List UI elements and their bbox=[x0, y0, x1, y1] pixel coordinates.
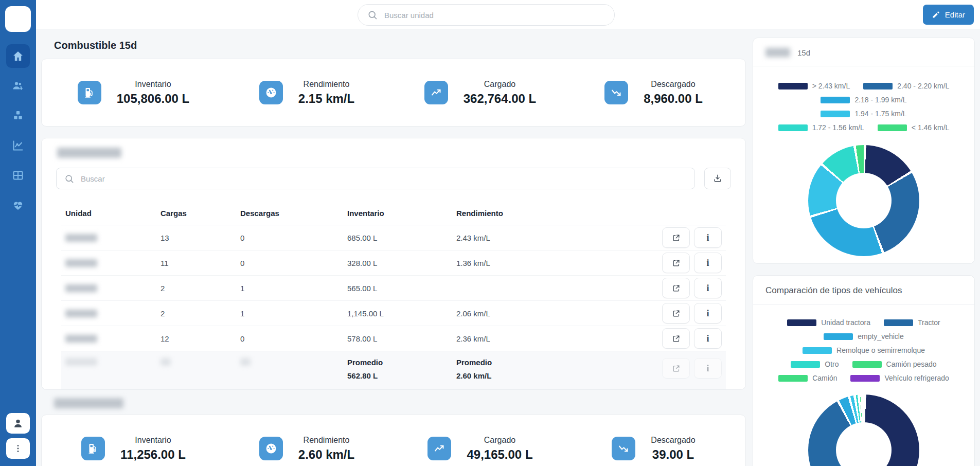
redacted-table-title bbox=[57, 148, 121, 158]
info-icon: i bbox=[706, 283, 709, 293]
legend-item[interactable]: Vehículo refrigerado bbox=[850, 374, 949, 382]
stat-label: Inventario bbox=[117, 80, 189, 89]
legend-swatch bbox=[824, 333, 853, 340]
legend-swatch bbox=[791, 361, 820, 368]
stat-label: Rendimiento bbox=[298, 436, 354, 445]
summary-label: Promedio bbox=[456, 358, 649, 367]
efficiency-panel: 15d > 2.43 km/L 2.40 - 2.20 km/L 2.18 - … bbox=[753, 38, 975, 264]
col-descargas: Descargas bbox=[236, 203, 343, 225]
profile-button[interactable] bbox=[6, 413, 30, 434]
open-unit-button[interactable] bbox=[662, 227, 690, 248]
stat-value: 2.60 km/L bbox=[298, 447, 354, 462]
user-icon bbox=[12, 418, 24, 429]
legend-item[interactable]: > 2.43 km/L bbox=[778, 82, 850, 90]
unit-info-button[interactable]: i bbox=[694, 227, 722, 248]
sidebar-item-health[interactable] bbox=[6, 193, 30, 217]
legend-item[interactable]: Camión pesado bbox=[852, 360, 937, 368]
legend-label: Otro bbox=[825, 360, 839, 368]
col-cargas: Cargas bbox=[156, 203, 236, 225]
unit-info-button[interactable]: i bbox=[694, 358, 722, 379]
legend-item[interactable]: 1.94 - 1.75 km/L bbox=[821, 110, 906, 118]
unit-info-button[interactable]: i bbox=[694, 328, 722, 349]
col-unidad: Unidad bbox=[61, 203, 156, 225]
external-link-icon bbox=[672, 259, 681, 267]
stat-rendimiento: Rendimiento 2.15 km/L bbox=[220, 80, 394, 106]
cell-descargas: 0 bbox=[236, 250, 343, 276]
sidebar-item-users[interactable] bbox=[6, 74, 30, 98]
stat-descargado: Descargado 8,960.00 L bbox=[567, 80, 740, 106]
gauge-icon bbox=[259, 437, 283, 460]
unit-search bbox=[358, 4, 615, 26]
redacted-panel-title bbox=[765, 48, 790, 57]
info-icon: i bbox=[706, 258, 709, 267]
legend-item[interactable]: Unidad tractora bbox=[787, 318, 870, 327]
stat-text: Cargado 49,165.00 L bbox=[467, 436, 532, 462]
legend-item[interactable]: Camión bbox=[778, 374, 837, 382]
unit-info-button[interactable]: i bbox=[694, 253, 722, 273]
more-options-button[interactable] bbox=[6, 438, 30, 459]
search-icon bbox=[367, 10, 378, 20]
table-row: 2 1 1,145.00 L 2.06 km/L i bbox=[61, 301, 726, 326]
stat-value: 105,806.00 L bbox=[117, 92, 189, 106]
legend-item[interactable]: 1.72 - 1.56 km/L bbox=[778, 123, 864, 132]
cell-descargas: 0 bbox=[236, 326, 343, 351]
summary-label: Promedio bbox=[347, 358, 448, 367]
open-unit-button[interactable] bbox=[662, 253, 690, 273]
open-unit-button[interactable] bbox=[662, 358, 690, 379]
pencil-icon bbox=[932, 11, 940, 19]
summary-rendimiento: 2.60 km/L bbox=[456, 371, 649, 380]
redacted-unit-name bbox=[65, 259, 97, 267]
legend-label: Vehículo refrigerado bbox=[884, 374, 949, 382]
stat-rendimiento: Rendimiento 2.60 km/L bbox=[220, 436, 394, 462]
content: Combustible 15d Inventario 105,806.00 L bbox=[36, 29, 980, 466]
home-icon bbox=[12, 50, 24, 62]
legend-label: Unidad tractora bbox=[821, 318, 870, 327]
cubes-icon bbox=[12, 110, 24, 122]
sidebar-item-tables[interactable] bbox=[6, 164, 30, 187]
cell-rendimiento: 2.43 km/L bbox=[452, 225, 653, 250]
legend-item[interactable]: 2.40 - 2.20 km/L bbox=[863, 82, 949, 90]
open-unit-button[interactable] bbox=[662, 303, 690, 324]
cell-inventario: 578.00 L bbox=[343, 326, 452, 351]
summary-inventario: 562.80 L bbox=[347, 371, 448, 380]
legend-item[interactable]: Tractor bbox=[884, 318, 940, 327]
open-unit-button[interactable] bbox=[662, 278, 690, 298]
legend-item[interactable]: empty_vehicle bbox=[824, 332, 904, 340]
legend-label: 1.72 - 1.56 km/L bbox=[812, 123, 864, 132]
trend-down-icon bbox=[612, 437, 635, 460]
sidebar-item-home[interactable] bbox=[6, 44, 30, 68]
legend-swatch bbox=[778, 83, 808, 89]
download-button[interactable] bbox=[704, 168, 731, 189]
legend-swatch bbox=[884, 319, 913, 326]
legend-item[interactable]: Otro bbox=[791, 360, 839, 368]
sidebar-item-modules[interactable] bbox=[6, 104, 30, 128]
unit-search-input[interactable] bbox=[384, 11, 605, 20]
legend-item[interactable]: Remolque o semirremolque bbox=[803, 346, 925, 354]
stat-text: Descargado 39.00 L bbox=[651, 436, 695, 462]
vehicle-types-panel: Comparación de tipos de vehículos Unidad… bbox=[753, 275, 975, 466]
legend-label: 2.40 - 2.20 km/L bbox=[897, 82, 949, 90]
cell-cargas: 12 bbox=[156, 326, 236, 351]
table-search-input[interactable] bbox=[81, 174, 687, 183]
cell-cargas: 2 bbox=[156, 276, 236, 301]
second-stats-card: Inventario 11,256.00 L Rendimiento 2.60 … bbox=[41, 415, 746, 466]
stat-text: Inventario 105,806.00 L bbox=[117, 80, 189, 106]
external-link-icon bbox=[672, 334, 681, 343]
page-title: Combustible 15d bbox=[54, 40, 746, 51]
units-table-card: Unidad Cargas Descargas Inventario Rendi… bbox=[41, 138, 746, 390]
legend-item[interactable]: < 1.46 km/L bbox=[878, 123, 950, 132]
stat-descargado: Descargado 39.00 L bbox=[567, 436, 740, 462]
open-unit-button[interactable] bbox=[662, 328, 690, 349]
cell-cargas: 11 bbox=[156, 250, 236, 276]
stat-label: Rendimiento bbox=[298, 80, 354, 89]
edit-button[interactable]: Editar bbox=[923, 5, 974, 25]
sidebar-item-analytics[interactable] bbox=[6, 134, 30, 157]
cell-rendimiento bbox=[452, 276, 653, 301]
unit-info-button[interactable]: i bbox=[694, 303, 722, 324]
redacted-unit-name bbox=[65, 234, 97, 242]
trend-up-icon bbox=[424, 81, 448, 104]
legend-item[interactable]: 2.18 - 1.99 km/L bbox=[821, 96, 906, 104]
redacted-value bbox=[240, 358, 251, 366]
unit-info-button[interactable]: i bbox=[694, 278, 722, 298]
legend-swatch bbox=[778, 375, 808, 382]
